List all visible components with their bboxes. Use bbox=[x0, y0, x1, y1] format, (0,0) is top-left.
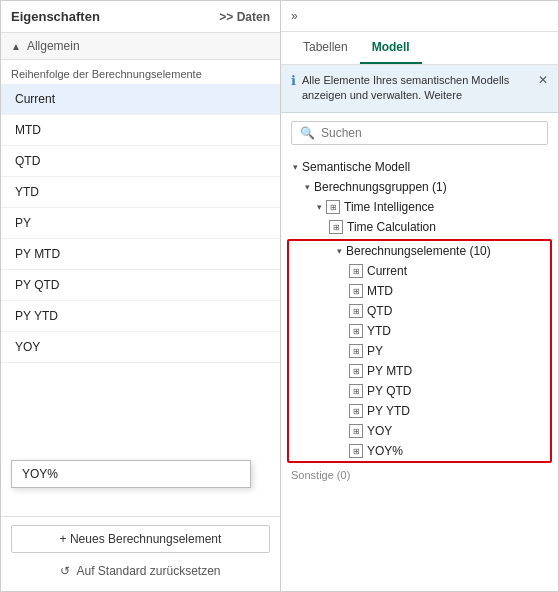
tree-elem-yoy-pct[interactable]: ⊞ YOY% bbox=[289, 441, 550, 461]
tab-tabellen[interactable]: Tabellen bbox=[291, 32, 360, 64]
highlighted-berechnungselemente: ▾ Berechnungselemente (10) ⊞ Current ⊞ M… bbox=[287, 239, 552, 463]
tree-elem-py[interactable]: ⊞ PY bbox=[289, 341, 550, 361]
info-close-button[interactable]: ✕ bbox=[538, 73, 548, 87]
tree-semantic-model[interactable]: ▾ Semantische Modell bbox=[281, 157, 558, 177]
tooltip-dropdown[interactable]: YOY% bbox=[11, 460, 251, 488]
search-box: 🔍 bbox=[291, 121, 548, 145]
reset-label: Auf Standard zurücksetzen bbox=[76, 564, 220, 578]
tree-elem-mtd[interactable]: ⊞ MTD bbox=[289, 281, 550, 301]
tree-elem-current[interactable]: ⊞ Current bbox=[289, 261, 550, 281]
info-banner: ℹ Alle Elemente Ihres semantischen Model… bbox=[281, 65, 558, 113]
tooltip-yoy-pct: YOY% bbox=[22, 467, 58, 481]
time-intelligence-label: Time Intelligence bbox=[344, 200, 550, 214]
berechnungselemente-label: Berechnungselemente (10) bbox=[346, 244, 542, 258]
chevron-up-icon: ▲ bbox=[11, 41, 21, 52]
tree-elem-py-qtd[interactable]: ⊞ PY QTD bbox=[289, 381, 550, 401]
left-panel-title: Eigenschaften bbox=[11, 9, 219, 24]
calc-item-ytd[interactable]: YTD bbox=[1, 177, 280, 208]
tree-berechnungselemente[interactable]: ▾ Berechnungselemente (10) bbox=[289, 241, 550, 261]
bottom-actions: + Neues Berechnungselement ↺ Auf Standar… bbox=[1, 516, 280, 591]
calc-item-mtd[interactable]: MTD bbox=[1, 115, 280, 146]
calc-icon-yoy: ⊞ bbox=[349, 424, 363, 438]
calc-icon-qtd: ⊞ bbox=[349, 304, 363, 318]
tree-elem-yoy[interactable]: ⊞ YOY bbox=[289, 421, 550, 441]
calc-icon-py-qtd: ⊞ bbox=[349, 384, 363, 398]
tree-time-calculation[interactable]: ⊞ Time Calculation bbox=[281, 217, 558, 237]
tabs-row: Tabellen Modell bbox=[281, 32, 558, 65]
general-label: Allgemein bbox=[27, 39, 80, 53]
info-text: Alle Elemente Ihres semantischen Modells… bbox=[302, 73, 532, 104]
expand-icon[interactable]: » bbox=[291, 9, 298, 23]
tab-modell[interactable]: Modell bbox=[360, 32, 422, 64]
info-icon: ℹ bbox=[291, 73, 296, 88]
reset-icon: ↺ bbox=[60, 564, 70, 578]
left-panel: Eigenschaften >> Daten ▲ Allgemein Reihe… bbox=[1, 1, 281, 591]
left-header: Eigenschaften >> Daten bbox=[1, 1, 280, 33]
tree-time-intelligence[interactable]: ▾ ⊞ Time Intelligence bbox=[281, 197, 558, 217]
calc-item-qtd[interactable]: QTD bbox=[1, 146, 280, 177]
general-section[interactable]: ▲ Allgemein bbox=[1, 33, 280, 60]
calc-item-py-mtd[interactable]: PY MTD bbox=[1, 239, 280, 270]
section-label: Reihenfolge der Berechnungselemente bbox=[1, 60, 280, 84]
calc-item-yoy[interactable]: YOY bbox=[1, 332, 280, 363]
chevron-down-icon-4: ▾ bbox=[337, 246, 342, 256]
chevron-down-icon-3: ▾ bbox=[317, 202, 322, 212]
calc-icon-current: ⊞ bbox=[349, 264, 363, 278]
calc-item-py[interactable]: PY bbox=[1, 208, 280, 239]
table-icon: ⊞ bbox=[326, 200, 340, 214]
calc-icon-py: ⊞ bbox=[349, 344, 363, 358]
calc-icon-py-mtd: ⊞ bbox=[349, 364, 363, 378]
calc-icon-time: ⊞ bbox=[329, 220, 343, 234]
tree-berechnungsgruppen[interactable]: ▾ Berechnungsgruppen (1) bbox=[281, 177, 558, 197]
right-panel-header: » bbox=[281, 1, 558, 32]
tree-elem-qtd[interactable]: ⊞ QTD bbox=[289, 301, 550, 321]
time-calculation-label: Time Calculation bbox=[347, 220, 550, 234]
right-panel-link[interactable]: >> Daten bbox=[219, 10, 270, 24]
calc-item-py-qtd[interactable]: PY QTD bbox=[1, 270, 280, 301]
calc-list: Current MTD QTD YTD PY PY MTD PY QTD PY … bbox=[1, 84, 280, 516]
calc-item-current[interactable]: Current bbox=[1, 84, 280, 115]
calc-icon-py-ytd: ⊞ bbox=[349, 404, 363, 418]
berechnungsgruppen-label: Berechnungsgruppen (1) bbox=[314, 180, 550, 194]
calc-icon-ytd: ⊞ bbox=[349, 324, 363, 338]
tree-elem-py-mtd[interactable]: ⊞ PY MTD bbox=[289, 361, 550, 381]
calc-icon-mtd: ⊞ bbox=[349, 284, 363, 298]
right-panel: » Tabellen Modell ℹ Alle Elemente Ihres … bbox=[281, 1, 558, 591]
sonstige-label: Sonstige (0) bbox=[281, 465, 558, 485]
semantic-model-label: Semantische Modell bbox=[302, 160, 550, 174]
tree-elem-ytd[interactable]: ⊞ YTD bbox=[289, 321, 550, 341]
chevron-down-icon: ▾ bbox=[293, 162, 298, 172]
tree-elem-py-ytd[interactable]: ⊞ PY YTD bbox=[289, 401, 550, 421]
search-icon: 🔍 bbox=[300, 126, 315, 140]
calc-icon-yoy-pct: ⊞ bbox=[349, 444, 363, 458]
tree-container: ▾ Semantische Modell ▾ Berechnungsgruppe… bbox=[281, 153, 558, 591]
calc-item-py-ytd[interactable]: PY YTD bbox=[1, 301, 280, 332]
chevron-down-icon-2: ▾ bbox=[305, 182, 310, 192]
reset-button[interactable]: ↺ Auf Standard zurücksetzen bbox=[11, 559, 270, 583]
add-calc-button[interactable]: + Neues Berechnungselement bbox=[11, 525, 270, 553]
search-input[interactable] bbox=[321, 126, 539, 140]
